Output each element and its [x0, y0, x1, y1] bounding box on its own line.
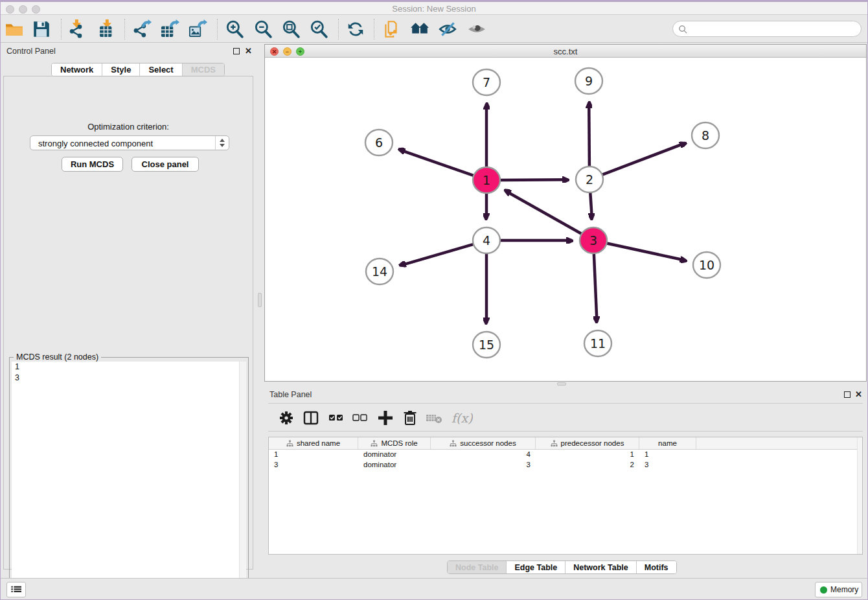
zoom-in-icon[interactable]: [223, 18, 246, 40]
export-network-icon[interactable]: [131, 18, 153, 40]
graph-node-6[interactable]: 6: [365, 130, 393, 156]
run-mcds-button[interactable]: Run MCDS: [62, 157, 123, 172]
graph-node-9[interactable]: 9: [575, 68, 602, 94]
graph-node-label: 9: [585, 74, 593, 88]
graph-node-2[interactable]: 2: [576, 167, 603, 192]
search-box[interactable]: [672, 21, 862, 37]
graph-edge-3-10[interactable]: [606, 243, 686, 260]
graph-node-1[interactable]: 1: [473, 167, 500, 193]
table-cell: 1: [269, 450, 358, 460]
export-image-icon[interactable]: [187, 18, 209, 40]
tree-icon: [286, 440, 293, 447]
control-panel-title: Control Panel: [6, 47, 56, 56]
column-header-MCDS-role[interactable]: MCDS role: [358, 437, 431, 449]
refresh-icon[interactable]: [345, 18, 367, 40]
mcds-result-line: 3: [12, 373, 246, 384]
list-icon: [11, 586, 21, 593]
close-panel-button[interactable]: Close panel: [131, 157, 199, 172]
table-cell: 4: [431, 450, 536, 460]
graph-node-label: 14: [372, 264, 387, 279]
function-builder-icon: f(x): [450, 409, 473, 427]
result-scrollbar[interactable]: [239, 362, 246, 595]
import-table-icon[interactable]: [96, 18, 118, 40]
column-header-shared-name[interactable]: shared name: [269, 437, 358, 449]
table-cell: 1: [639, 450, 696, 460]
graph-edge-2-3[interactable]: [590, 192, 592, 219]
tree-icon: [450, 440, 457, 447]
main-titlebar: Session: New Session: [0, 2, 868, 15]
table-row[interactable]: 1dominator411: [269, 450, 862, 460]
optimization-criterion-label: Optimization criterion:: [4, 122, 253, 132]
network-window-titlebar[interactable]: ✕ − + scc.txt: [265, 45, 866, 58]
tab-style[interactable]: Style: [102, 63, 140, 76]
tab-mcds[interactable]: MCDS: [183, 63, 224, 76]
graph-edge-2-9[interactable]: [589, 102, 589, 167]
import-network-icon[interactable]: [65, 18, 87, 40]
hide-selected-icon[interactable]: [437, 18, 459, 40]
graph-node-4[interactable]: 4: [473, 227, 500, 253]
graph-node-7[interactable]: 7: [473, 69, 500, 95]
select-all-icon[interactable]: [327, 409, 345, 427]
float-panel-icon[interactable]: [233, 48, 240, 54]
memory-button[interactable]: Memory: [815, 582, 862, 597]
tab-edge-table[interactable]: Edge Table: [507, 561, 565, 573]
table-row[interactable]: 3dominator323: [269, 460, 862, 470]
column-header-successor-nodes[interactable]: successor nodes: [431, 437, 536, 449]
table-scrollbar[interactable]: [857, 437, 862, 554]
column-header-name[interactable]: name: [639, 437, 696, 449]
network-canvas[interactable]: 1 2 3 4 6 7 8 9 10 11 14 15: [265, 58, 866, 381]
graph-node-14[interactable]: 14: [366, 259, 393, 284]
home-layout-icon[interactable]: [409, 18, 431, 40]
first-neighbors-icon[interactable]: [380, 18, 402, 40]
graph-node-15[interactable]: 15: [473, 332, 500, 358]
show-column-icon[interactable]: [302, 409, 320, 427]
table-cell: dominator: [358, 450, 431, 460]
search-input[interactable]: [691, 22, 856, 36]
column-header-predecessor-nodes[interactable]: predecessor nodes: [536, 437, 639, 449]
tab-motifs[interactable]: Motifs: [637, 561, 676, 573]
delete-column-icon: [425, 409, 443, 427]
table-close-icon[interactable]: ✕: [855, 389, 862, 399]
graph-edge-1-6[interactable]: [399, 150, 475, 176]
tab-network-table[interactable]: Network Table: [565, 561, 637, 573]
graph-node-8[interactable]: 8: [692, 122, 719, 148]
show-all-icon[interactable]: [466, 18, 488, 40]
deselect-all-icon[interactable]: [351, 409, 369, 427]
criterion-select[interactable]: strongly connected component: [30, 135, 229, 150]
graph-edge-2-8[interactable]: [601, 143, 685, 176]
graph-node-10[interactable]: 10: [693, 252, 720, 278]
graph-node-3[interactable]: 3: [580, 227, 607, 253]
table-settings-icon[interactable]: [277, 409, 295, 427]
horizontal-split-grip[interactable]: [557, 382, 566, 386]
table-float-icon[interactable]: [844, 391, 851, 398]
graph-node-label: 4: [483, 233, 490, 248]
open-session-icon[interactable]: [3, 18, 25, 40]
graph-edge-1-2[interactable]: [499, 179, 568, 180]
zoom-fit-icon[interactable]: [280, 18, 302, 40]
export-table-icon[interactable]: [159, 18, 181, 40]
tab-select[interactable]: Select: [140, 63, 182, 76]
mcds-result-area[interactable]: 13: [12, 362, 246, 595]
tab-network[interactable]: Network: [52, 63, 102, 76]
delete-row-icon[interactable]: [401, 409, 419, 427]
window-title: Session: New Session: [0, 4, 868, 14]
graph-edge-4-14[interactable]: [400, 244, 475, 266]
tab-node-table[interactable]: Node Table: [448, 561, 507, 573]
save-session-icon[interactable]: [30, 18, 52, 40]
graph-node-11[interactable]: 11: [584, 330, 611, 356]
toolbar-separator: [217, 19, 218, 40]
graph-edge-3-11[interactable]: [594, 253, 597, 322]
add-column-icon[interactable]: [376, 409, 394, 427]
graph-node-label: 3: [589, 233, 597, 248]
criterion-select-value: strongly connected component: [38, 139, 153, 148]
task-history-button[interactable]: [6, 582, 26, 597]
graph-edge-3-1[interactable]: [505, 190, 583, 235]
close-panel-icon[interactable]: ✕: [245, 46, 252, 56]
zoom-out-icon[interactable]: [252, 18, 274, 40]
graph-node-label: 2: [586, 172, 593, 187]
vertical-split-grip[interactable]: [258, 293, 262, 307]
zoom-selected-icon[interactable]: [308, 18, 330, 40]
toolbar-separator: [61, 19, 62, 40]
tree-icon: [371, 440, 378, 447]
table-panel-titlebar: Table Panel ✕: [264, 386, 867, 403]
